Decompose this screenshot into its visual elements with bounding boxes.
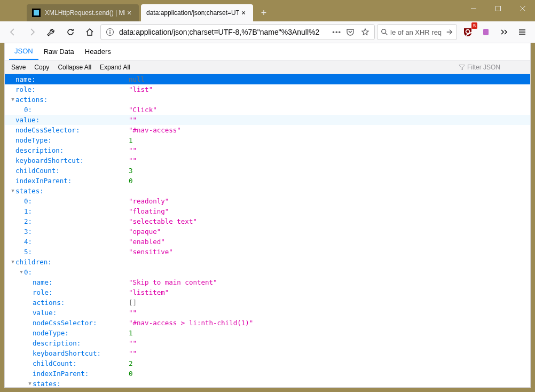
json-row[interactable]: keyboardShortcut:"" — [5, 348, 530, 358]
new-tab-button[interactable]: + — [256, 5, 271, 20]
close-window-button[interactable] — [510, 0, 535, 17]
back-button[interactable] — [4, 23, 21, 41]
filter-json-input[interactable]: Filter JSON — [459, 64, 528, 71]
bookmark-star-icon[interactable] — [359, 26, 371, 38]
json-value: 0 — [129, 177, 133, 185]
json-row[interactable]: keyboardShortcut:"" — [5, 155, 530, 166]
json-value: "" — [129, 349, 137, 357]
url-bar[interactable]: data:application/json;charset=UTF-8,%7B"… — [100, 24, 375, 40]
maximize-button[interactable] — [486, 0, 510, 17]
json-row[interactable]: 2:"selectable text" — [5, 216, 530, 226]
json-row[interactable]: 3:"opaque" — [5, 226, 530, 237]
json-row[interactable]: ▼0: — [5, 267, 530, 277]
json-row[interactable]: description:"" — [5, 338, 530, 348]
json-key: value: — [15, 115, 40, 125]
json-row[interactable]: ▼children: — [5, 257, 530, 267]
json-row[interactable]: name:"Skip to main content" — [5, 277, 530, 287]
json-key: value: — [33, 308, 57, 318]
json-row[interactable]: nodeCssSelector:"#nav-access" — [5, 125, 530, 135]
json-key: name: — [33, 277, 53, 287]
json-row[interactable]: value:"" — [5, 115, 530, 125]
browser-tab-1[interactable]: XMLHttpRequest.send() | MDN × — [27, 4, 139, 21]
svg-point-9 — [382, 29, 386, 34]
expand-twisty-icon[interactable]: ▼ — [10, 186, 15, 196]
json-key: nodeType: — [15, 135, 52, 145]
reload-button[interactable] — [62, 23, 79, 41]
json-row[interactable]: nodeType:1 — [5, 328, 530, 338]
json-row[interactable]: 0:"readonly" — [5, 196, 530, 206]
nav-toolbar: data:application/json;charset=UTF-8,%7B"… — [0, 21, 535, 43]
minimize-button[interactable] — [461, 0, 486, 17]
svg-rect-1 — [34, 10, 39, 15]
json-row[interactable]: indexInParent:0 — [5, 369, 530, 379]
json-key: childCount: — [33, 358, 77, 369]
json-row[interactable]: indexInParent:0 — [5, 176, 530, 186]
json-key: 5: — [24, 247, 32, 257]
overflow-chevrons-icon[interactable] — [495, 23, 513, 41]
json-value: 2 — [129, 359, 133, 367]
browser-tab-2[interactable]: data:application/json;charset=UTF × — [141, 4, 253, 21]
json-value: "" — [129, 309, 137, 317]
json-row[interactable]: name:null — [5, 74, 530, 84]
copy-button[interactable]: Copy — [30, 62, 53, 72]
save-button[interactable]: Save — [7, 62, 30, 72]
json-row[interactable]: description:"" — [5, 145, 530, 155]
json-row[interactable]: ▼states: — [5, 186, 530, 196]
json-row[interactable]: actions:[] — [5, 297, 530, 308]
search-go-icon[interactable] — [446, 28, 453, 36]
expand-twisty-icon[interactable]: ▼ — [27, 379, 33, 387]
json-row[interactable]: ▼states: — [5, 379, 530, 387]
json-key: childCount: — [15, 166, 60, 176]
filter-placeholder: Filter JSON — [467, 64, 500, 71]
json-row[interactable]: nodeCssSelector:"#nav-access > li:nth-ch… — [5, 318, 530, 328]
json-value: "" — [129, 146, 137, 154]
json-row[interactable]: childCount:2 — [5, 358, 530, 369]
tab-raw-data[interactable]: Raw Data — [38, 43, 80, 60]
hamburger-menu-icon[interactable] — [514, 23, 531, 41]
expand-twisty-icon[interactable]: ▼ — [10, 95, 15, 105]
extension-icon[interactable] — [477, 23, 494, 41]
expand-twisty-icon[interactable]: ▼ — [10, 257, 15, 267]
json-toolbar: Save Copy Collapse All Expand All Filter… — [5, 60, 530, 74]
filter-icon — [459, 64, 465, 70]
home-button[interactable] — [81, 23, 98, 41]
search-bar[interactable] — [377, 24, 457, 40]
json-row[interactable]: 0:"Click" — [5, 105, 530, 115]
json-value: "opaque" — [129, 228, 161, 236]
json-value: 0 — [129, 370, 133, 378]
pocket-icon[interactable] — [344, 26, 356, 38]
tab-json[interactable]: JSON — [9, 43, 38, 60]
json-row[interactable]: ▼actions: — [5, 95, 530, 105]
json-row[interactable]: role:"list" — [5, 84, 530, 95]
forward-button[interactable] — [23, 23, 41, 41]
json-row[interactable]: value:"" — [5, 308, 530, 318]
tab-headers[interactable]: Headers — [80, 43, 116, 60]
json-key: nodeCssSelector: — [15, 125, 80, 135]
json-viewer: JSON Raw Data Headers Save Copy Collapse… — [4, 43, 531, 388]
json-value: "" — [129, 156, 137, 164]
json-value: null — [129, 75, 145, 83]
json-tree[interactable]: name:nullrole:"list"▼actions:0:"Click"va… — [5, 74, 530, 387]
badge-count: 5 — [471, 22, 477, 29]
json-row[interactable]: nodeType:1 — [5, 135, 530, 145]
tab-label: data:application/json;charset=UTF — [146, 9, 239, 17]
window-controls — [461, 0, 535, 21]
expand-all-button[interactable]: Expand All — [96, 62, 135, 72]
search-input[interactable] — [390, 28, 444, 36]
json-key: indexInParent: — [15, 176, 72, 186]
collapse-all-button[interactable]: Collapse All — [53, 62, 96, 72]
info-icon[interactable] — [104, 26, 116, 38]
devtools-button[interactable] — [43, 23, 60, 41]
json-row[interactable]: 5:"sensitive" — [5, 247, 530, 257]
json-key: actions: — [33, 297, 65, 308]
expand-twisty-icon[interactable]: ▼ — [19, 267, 24, 277]
page-action-menu[interactable]: ••• — [332, 28, 341, 36]
ublock-icon[interactable]: 5 — [459, 23, 476, 41]
json-value: "Skip to main content" — [129, 278, 217, 286]
json-row[interactable]: 4:"enabled" — [5, 237, 530, 247]
json-row[interactable]: role:"listitem" — [5, 287, 530, 297]
close-icon[interactable]: × — [125, 9, 133, 17]
close-icon[interactable]: × — [239, 9, 248, 17]
json-row[interactable]: childCount:3 — [5, 166, 530, 176]
json-row[interactable]: 1:"floating" — [5, 206, 530, 216]
